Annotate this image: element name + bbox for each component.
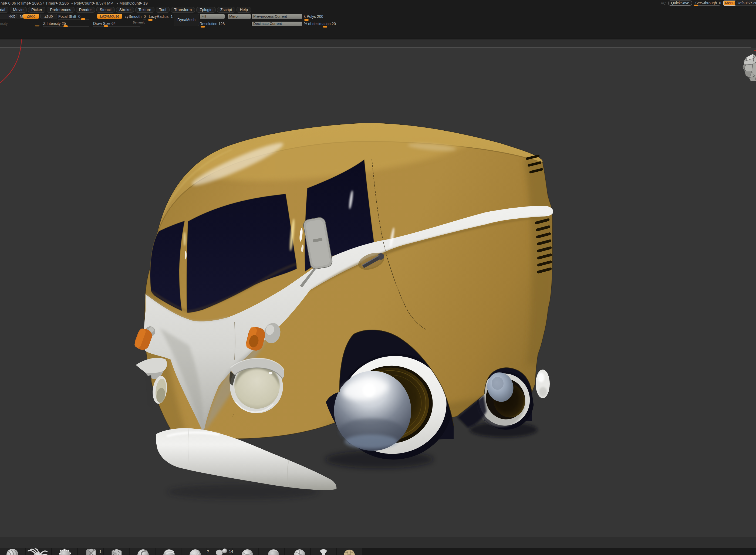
svg-text:1: 1	[99, 549, 101, 554]
svg-text:?: ?	[207, 549, 209, 554]
svg-text:14: 14	[229, 549, 233, 554]
